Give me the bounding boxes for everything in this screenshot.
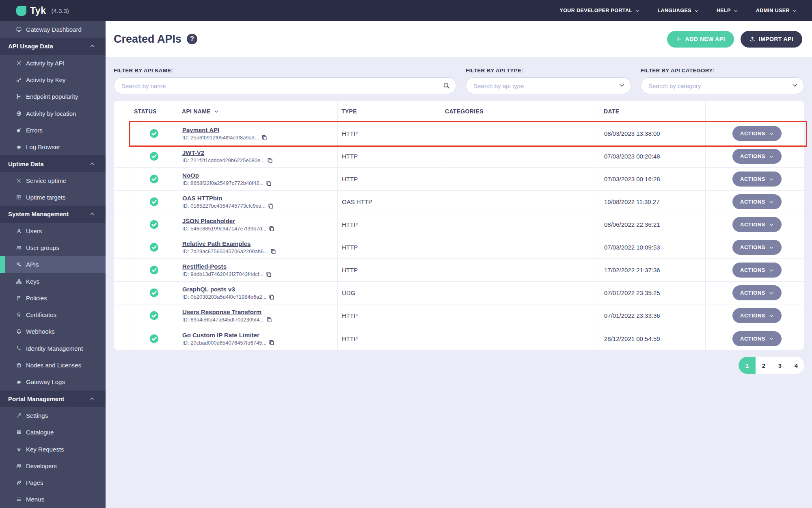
add-new-api-button[interactable]: ADD NEW API: [667, 31, 734, 48]
topbar-menu-languages[interactable]: LANGUAGES: [657, 8, 698, 13]
copy-id-icon[interactable]: [266, 317, 272, 323]
sidebar-item-endpoint-popularity[interactable]: Endpoint popularity: [0, 88, 106, 105]
api-name-link[interactable]: JSON Placeholder: [182, 217, 235, 224]
sidebar-item-activity-by-api[interactable]: Activity by API: [0, 55, 106, 72]
sidebar-item-user-groups[interactable]: User groups: [0, 239, 106, 256]
sidebar-item-label: APIs: [26, 261, 39, 268]
actions-button[interactable]: ACTIONS: [732, 285, 782, 300]
sidebar-item-gateway-logs[interactable]: Gateway Logs: [0, 373, 106, 390]
sidebar-section-api-usage-data[interactable]: API Usage Data: [0, 38, 106, 54]
sidebar-item-label: Endpoint popularity: [26, 93, 78, 100]
sidebar-item-gateway-dashboard[interactable]: Gateway Dashboard: [0, 21, 106, 38]
api-name-link[interactable]: GraphQL posts v3: [182, 286, 235, 293]
sidebar-item-catalogue[interactable]: Catalogue: [0, 424, 106, 441]
import-api-button[interactable]: IMPORT API: [741, 31, 802, 48]
sidebar-item-keys[interactable]: Keys: [0, 273, 106, 289]
pagination-page-4[interactable]: 4: [788, 357, 804, 374]
copy-id-icon[interactable]: [269, 340, 274, 345]
actions-button[interactable]: ACTIONS: [732, 331, 782, 346]
api-name-link[interactable]: Payment API: [182, 126, 219, 133]
topbar-menu-admin-user[interactable]: ADMIN USER: [756, 8, 797, 13]
sidebar-item-webhooks[interactable]: Webhooks: [0, 323, 106, 340]
bug-icon: [16, 379, 22, 384]
api-name-cell: Relative Path ExamplesID: 7d29ac67565045…: [178, 236, 338, 258]
api-name-link[interactable]: OAS HTTPbin: [182, 195, 222, 202]
api-date: 19/08/2022 11:30:27: [604, 198, 660, 205]
sidebar-item-pages[interactable]: Pages: [0, 474, 106, 491]
actions-button[interactable]: ACTIONS: [732, 240, 782, 255]
row-spacer-cell: [114, 122, 130, 145]
copy-id-icon[interactable]: [261, 135, 267, 141]
column-header-api-name[interactable]: API NAME: [178, 101, 338, 122]
copy-id-icon[interactable]: [269, 226, 274, 232]
sidebar-item-label: Key Requests: [26, 446, 64, 453]
sidebar-item-developers[interactable]: Developers: [0, 458, 106, 474]
api-name-link[interactable]: Relative Path Examples: [182, 240, 251, 247]
sidebar-item-key-requests[interactable]: Key Requests: [0, 441, 106, 457]
api-date: 07/03/2023 00:20:48: [604, 153, 660, 160]
sidebar-item-service-uptime[interactable]: Service uptime: [0, 172, 106, 189]
topbar-menu-help[interactable]: HELP: [717, 8, 738, 13]
sidebar-item-errors[interactable]: Errors: [0, 122, 106, 139]
actions-button[interactable]: ACTIONS: [732, 194, 782, 209]
api-category-select[interactable]: Search by category: [641, 77, 804, 94]
api-name-link[interactable]: Restified-Posts: [182, 263, 227, 270]
copy-id-icon[interactable]: [268, 203, 274, 209]
api-name-cell: Payment APIID: 25a6fb912f054fff4c3f8a9a3…: [178, 122, 338, 145]
sidebar-item-uptime-targets[interactable]: Uptime targets: [0, 189, 106, 206]
bell-icon: [16, 329, 22, 334]
copy-id-icon[interactable]: [266, 271, 272, 277]
sidebar-item-label: Certificates: [26, 311, 56, 318]
sidebar-item-policies[interactable]: Policies: [0, 290, 106, 306]
actions-button[interactable]: ACTIONS: [732, 263, 782, 278]
date-cell: 08/06/2022 22:36:21: [600, 213, 706, 236]
sidebar-item-activity-by-location[interactable]: Activity by location: [0, 105, 106, 122]
page-title: Created APIs: [114, 33, 181, 46]
sidebar-item-users[interactable]: Users: [0, 223, 106, 239]
page-header: Created APIs ? ADD NEW API IMPORT API: [106, 21, 812, 57]
api-date: 28/12/2021 00:54:59: [604, 335, 660, 342]
actions-button[interactable]: ACTIONS: [732, 217, 782, 232]
sidebar-item-identity-management[interactable]: Identity Management: [0, 340, 106, 357]
bars-icon: [16, 497, 22, 502]
help-icon[interactable]: ?: [187, 34, 197, 44]
copy-id-icon[interactable]: [270, 249, 276, 254]
copy-id-icon[interactable]: [266, 180, 272, 186]
actions-button[interactable]: ACTIONS: [732, 126, 782, 141]
pagination-page-1[interactable]: 1: [739, 357, 756, 374]
copy-id-icon[interactable]: [269, 294, 274, 300]
api-type-select[interactable]: Search by api type: [466, 77, 631, 94]
actions-button[interactable]: ACTIONS: [732, 149, 782, 164]
copy-id-icon[interactable]: [267, 158, 273, 163]
chevron-down-icon: [769, 245, 774, 250]
sidebar-item-activity-by-key[interactable]: Activity by Key: [0, 72, 106, 88]
sidebar-item-certificates[interactable]: Certificates: [0, 306, 106, 323]
api-date: 07/03/2023 00:16:28: [604, 176, 660, 182]
sidebar-item-apis[interactable]: APIs: [0, 256, 106, 273]
topbar-menu-your-developer-portal[interactable]: YOUR DEVELOPER PORTAL: [559, 8, 639, 13]
row-spacer-cell: [114, 145, 130, 167]
actions-button-label: ACTIONS: [740, 199, 765, 205]
categories-cell: [441, 259, 600, 281]
pagination-page-3[interactable]: 3: [772, 357, 788, 374]
api-name-link[interactable]: JWT-V2: [182, 149, 204, 156]
list-icon: [16, 430, 22, 435]
search-by-name-input[interactable]: [114, 77, 456, 94]
actions-button[interactable]: ACTIONS: [732, 308, 782, 323]
pagination-page-2[interactable]: 2: [756, 357, 772, 374]
sidebar-item-nodes-and-licenses[interactable]: Nodes and Licenses: [0, 357, 106, 373]
sidebar-item-settings[interactable]: Settings: [0, 407, 106, 424]
sidebar-item-label: Menus: [26, 496, 44, 503]
actions-button[interactable]: ACTIONS: [732, 172, 782, 187]
status-active-icon: [149, 197, 159, 206]
date-cell: 07/03/2022 10:09:53: [600, 236, 706, 258]
sidebar-item-log-browser[interactable]: Log Browser: [0, 139, 106, 155]
sidebar-item-menus[interactable]: Menus: [0, 491, 106, 508]
categories-cell: [441, 236, 600, 258]
sidebar-section-portal-management[interactable]: Portal Management: [0, 391, 106, 407]
sidebar-section-system-management[interactable]: System Management: [0, 206, 106, 222]
api-name-link[interactable]: Users Response Transform: [182, 308, 261, 315]
api-name-link[interactable]: Go Custom IP Rate Limiter: [182, 332, 259, 339]
sidebar-section-uptime-data[interactable]: Uptime Data: [0, 155, 106, 172]
api-name-link[interactable]: NoOp: [182, 172, 199, 179]
